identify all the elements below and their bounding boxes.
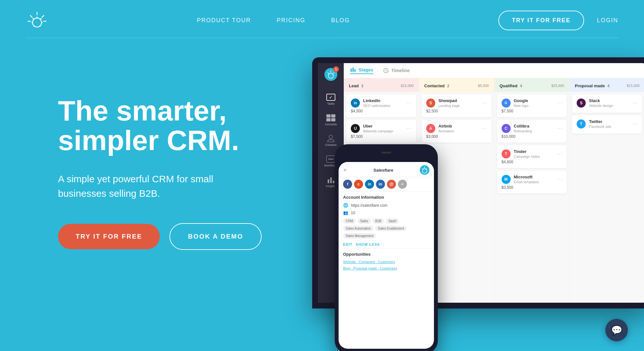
tab-stages[interactable]: Stages <box>350 67 373 74</box>
tag-sales: Sales <box>358 218 371 224</box>
card-menu-icon[interactable]: ⋯ <box>557 176 562 182</box>
timeline-icon <box>383 68 389 73</box>
linkedin-icon: in <box>365 180 374 189</box>
phone-show-less-button[interactable]: SHOW LESS <box>356 242 380 246</box>
card-name: Microsoft <box>514 175 539 179</box>
nav-pricing[interactable]: PRICING <box>277 17 305 24</box>
phone-opp-1: Website · Contacted · Customers <box>339 259 434 265</box>
col-title-proposal: Proposal made <box>575 83 605 88</box>
phone-app-header: ✕ Salesflare <box>339 162 434 177</box>
svg-point-17 <box>329 74 329 75</box>
people-icon: 👥 <box>343 210 348 215</box>
card-menu-icon[interactable]: ⋯ <box>407 100 412 106</box>
card-amount: $7,500 <box>502 109 562 113</box>
company-logo-airbnb: A <box>426 124 435 133</box>
card-menu-icon[interactable]: ⋯ <box>482 125 487 131</box>
card-amount: $4,600 <box>502 160 562 164</box>
card-menu-icon[interactable]: ⋯ <box>557 151 562 157</box>
table-row: A Airbnb Animation ⋯ $3,000 <box>422 120 492 143</box>
svg-point-18 <box>331 73 331 74</box>
table-row: T Twitter Facebook ads ⋯ <box>572 115 642 134</box>
card-desc: SEO optimization <box>363 104 390 108</box>
check-icon <box>326 94 335 101</box>
tasks-icon[interactable]: Tasks <box>325 94 337 105</box>
svg-rect-22 <box>354 69 356 72</box>
screenshots-area: 5 Tasks <box>303 57 644 347</box>
crm-sidebar-logo-container: 5 <box>324 68 337 81</box>
chat-bubble-button[interactable]: 💬 <box>605 319 628 341</box>
nav-product-tour[interactable]: PRODUCT TOUR <box>197 17 251 24</box>
card-menu-icon[interactable]: ⋯ <box>407 125 412 131</box>
contacts-icon[interactable]: Contacts <box>325 135 337 147</box>
svg-point-10 <box>41 22 43 23</box>
company-logo-slack: S <box>577 99 586 108</box>
col-value-qualified: $25,600 <box>551 84 564 88</box>
header-try-free-button[interactable]: TRY IT FOR FREE <box>498 11 584 30</box>
card-amount: $4,500 <box>351 109 412 113</box>
company-logo-linkedin: in <box>351 99 360 108</box>
company-logo-microsoft: M <box>502 175 511 184</box>
card-amount: $10,000 <box>502 134 562 139</box>
more-icon[interactable]: + <box>398 180 407 189</box>
login-link[interactable]: LOGIN <box>597 17 618 24</box>
hero-book-demo-button[interactable]: BOOK A DEMO <box>169 223 262 250</box>
logo-icon <box>26 9 48 32</box>
table-row: U Uber Adwords campaign ⋯ $7 <box>346 120 416 143</box>
table-row: G Google New logo ⋯ $7,500 <box>497 94 567 117</box>
accounts-icon[interactable]: Accounts <box>325 114 337 126</box>
svg-rect-20 <box>351 69 352 72</box>
card-amount: $2,500 <box>426 109 487 113</box>
phone-edit-button[interactable]: EDIT <box>343 242 352 246</box>
card-menu-icon[interactable]: ⋯ <box>557 100 562 106</box>
tasks-label: Tasks <box>327 102 334 105</box>
hero-try-free-button[interactable]: TRY IT FOR FREE <box>58 224 160 249</box>
stages-tab-label: Stages <box>359 67 373 72</box>
card-desc: Website design <box>589 104 613 108</box>
col-title-qualified: Qualified <box>500 83 518 88</box>
timeline-tab-label: Timeline <box>391 68 410 73</box>
svg-line-28 <box>422 168 423 169</box>
crunchbase-icon: c <box>354 180 363 189</box>
phone-section-opportunities: Opportunities <box>339 248 434 259</box>
header-actions: TRY IT FOR FREE LOGIN <box>498 11 618 30</box>
card-desc: Rebranding <box>514 129 532 133</box>
company-logo-showpad: S <box>426 99 435 108</box>
tag-b2b: B2B <box>373 218 384 224</box>
card-menu-icon[interactable]: ⋯ <box>632 100 638 106</box>
company-logo-collibra: C <box>502 124 511 133</box>
phone-section-account: Account Information <box>339 192 434 202</box>
card-menu-icon[interactable]: ⋯ <box>557 125 562 131</box>
tab-timeline[interactable]: Timeline <box>383 68 410 73</box>
col-header-proposal: Proposal made 4 $15,500 <box>570 78 644 92</box>
card-name: Showpad <box>438 98 460 103</box>
card-menu-icon[interactable]: ⋯ <box>482 100 487 106</box>
card-name: Collibra <box>514 124 532 128</box>
phone-app-logo <box>420 165 429 175</box>
stages-icon <box>350 67 356 73</box>
svg-point-9 <box>32 22 33 23</box>
card-desc: Campaign Video <box>514 155 540 158</box>
phone-tags: CRM Sales B2B SaaS Sales Automation Sale… <box>339 216 434 241</box>
opp-link-1[interactable]: Website · Contacted · Customers <box>343 260 395 264</box>
card-menu-icon[interactable]: ⋯ <box>632 121 638 127</box>
col-title-lead: Lead <box>349 83 359 88</box>
phone-app-title: Salesflare <box>373 168 393 173</box>
nav-blog[interactable]: BLOG <box>331 17 350 24</box>
card-desc: Animation <box>438 129 454 133</box>
phone-close-icon[interactable]: ✕ <box>343 167 347 173</box>
tag-sales-mgmt: Sales Management <box>343 233 376 239</box>
phone-opp-2: Blog · Proposal made · Customers <box>339 265 434 271</box>
company-logo-twitter: T <box>577 119 586 128</box>
globe-icon: 🌐 <box>343 203 348 208</box>
hero-subtext: A simple yet powerful CRM for small busi… <box>58 172 226 201</box>
chat-icon: 💬 <box>611 325 622 336</box>
mail-icon: @ <box>387 180 396 189</box>
grid-icon <box>326 114 335 121</box>
card-desc: Landing page <box>438 104 460 108</box>
phone-info-employees: 👥 10 <box>339 209 434 216</box>
phone-edit-row: EDIT SHOW LESS <box>339 241 434 248</box>
opp-link-2[interactable]: Blog · Proposal made · Customers <box>343 266 397 270</box>
hero-headline: The smarter, simpler CRM. <box>58 96 284 156</box>
svg-line-3 <box>42 15 44 17</box>
svg-line-29 <box>426 168 427 169</box>
